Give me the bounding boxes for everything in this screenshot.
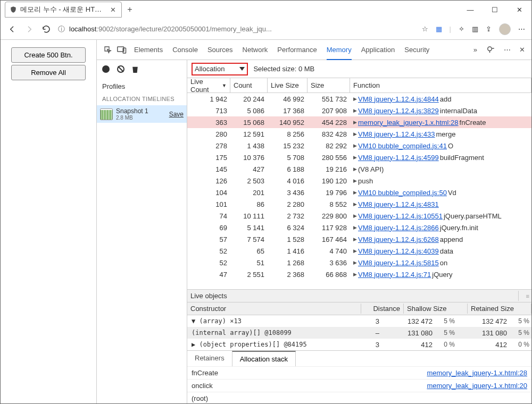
- minimize-button[interactable]: —: [458, 2, 483, 18]
- table-row[interactable]: 1 94220 24446 992551 732▶ VM8 jquery-1.1…: [187, 93, 531, 105]
- table-row[interactable]: 17510 3765 708280 556▶ VM8 jquery-1.12.4…: [187, 152, 531, 163]
- browser-menu-icon[interactable]: ⋯: [518, 25, 525, 33]
- window-titlebar: 메모리 누수 - 새로운 HTML 요소 ✕ + — ☐ ✕: [1, 1, 531, 19]
- allocation-select[interactable]: Allocation: [192, 63, 248, 75]
- live-object-row[interactable]: ▼ (array) ×133132 4725 %132 4725 %: [187, 315, 531, 327]
- selected-size-label: Selected size: 0 MB: [253, 65, 314, 73]
- devtools-menu-icon[interactable]: ⋯: [504, 46, 511, 54]
- col-constructor[interactable]: Constructor: [187, 304, 361, 314]
- allocation-table-body: 1 94220 24446 992551 732▶ VM8 jquery-1.1…: [187, 93, 531, 289]
- col-live-size[interactable]: Live Size: [268, 78, 307, 92]
- table-row[interactable]: 36315 068140 952454 228▶ memory_leak_jqu…: [187, 116, 531, 128]
- devtools-toolbar: ElementsConsoleSourcesNetworkPerformance…: [97, 40, 531, 60]
- snapshot-item[interactable]: Snapshot 1 2.8 MB Save: [97, 105, 187, 123]
- table-row[interactable]: 101862 2808 552▶ VM8 jquery-1.12.4.js:48…: [187, 198, 531, 210]
- page-content: Create 500 Btn. Remove All: [1, 40, 96, 404]
- favorite-icon[interactable]: ☆: [422, 25, 428, 33]
- browser-tab[interactable]: 메모리 누수 - 새로운 HTML 요소 ✕: [5, 2, 122, 18]
- table-row[interactable]: 52511 2683 636▶ VM8 jquery-1.12.4.js:581…: [187, 257, 531, 268]
- live-object-row[interactable]: ▶ (object properties)[] @8419534120 %412…: [187, 339, 531, 350]
- delete-icon[interactable]: [132, 65, 138, 73]
- clear-icon[interactable]: [117, 65, 124, 73]
- table-row[interactable]: 7410 1112 732229 800▶ VM8 jquery-1.12.4.…: [187, 210, 531, 222]
- stack-row[interactable]: onclickmemory_leak_jquery-1.x.html:20: [187, 379, 531, 392]
- svg-point-2: [488, 47, 492, 51]
- maximize-button[interactable]: ☐: [483, 2, 507, 18]
- snapshot-name: Snapshot 1: [116, 107, 148, 115]
- new-tab-button[interactable]: +: [122, 5, 138, 14]
- live-objects-menu-icon[interactable]: ≡: [519, 290, 531, 302]
- back-button[interactable]: [7, 24, 18, 35]
- devtools-close-icon[interactable]: ✕: [519, 46, 525, 54]
- devtools-tab-memory[interactable]: Memory: [327, 40, 352, 60]
- allocation-table-header: Live Count▼ Count Live Size Size Functio…: [187, 78, 531, 93]
- table-row[interactable]: 7135 08617 368207 908▶ VM8 jquery-1.12.4…: [187, 105, 531, 116]
- profiles-heading: Profiles: [97, 78, 187, 95]
- table-row[interactable]: 695 1416 324117 928▶ VM8 jquery-1.12.4.j…: [187, 222, 531, 233]
- snapshot-icon: [100, 108, 113, 120]
- record-icon[interactable]: [102, 65, 110, 73]
- live-object-row[interactable]: (internal array)[] @108099–131 0805 %131…: [187, 327, 531, 339]
- devtools-more-tabs[interactable]: »: [473, 46, 477, 54]
- col-function[interactable]: Function: [350, 78, 531, 92]
- stack-row[interactable]: (root): [187, 392, 531, 404]
- devtools-panel: ElementsConsoleSourcesNetworkPerformance…: [96, 40, 531, 404]
- profiles-sidebar: Profiles ALLOCATION TIMELINES Snapshot 1…: [97, 60, 187, 404]
- forward-button: [24, 24, 35, 35]
- vsep: |: [450, 25, 451, 33]
- translate-icon[interactable]: ▦: [436, 25, 442, 33]
- url-display[interactable]: ⓘ localhost:9002/storage/lecture/2020050…: [58, 24, 415, 34]
- share-icon[interactable]: ⇪: [486, 25, 492, 33]
- profiles-subhead: ALLOCATION TIMELINES: [97, 95, 187, 105]
- close-tab-icon[interactable]: ✕: [110, 6, 116, 14]
- devtools-tab-network[interactable]: Network: [243, 40, 268, 60]
- create-500-button[interactable]: Create 500 Btn.: [11, 47, 86, 63]
- table-row[interactable]: 1042013 43619 796▶ VM10 bubble_compiled.…: [187, 187, 531, 198]
- inspect-icon[interactable]: [101, 43, 115, 57]
- snapshot-save-link[interactable]: Save: [169, 111, 184, 118]
- devtools-tab-performance[interactable]: Performance: [277, 40, 317, 60]
- allocation-stack-tab[interactable]: Allocation stack: [232, 351, 296, 366]
- remove-all-button[interactable]: Remove All: [11, 65, 86, 80]
- devtools-tab-application[interactable]: Application: [361, 40, 395, 60]
- devtools-tab-elements[interactable]: Elements: [134, 40, 163, 60]
- favorites-bar-icon[interactable]: ✧: [459, 25, 464, 33]
- devtools-tab-sources[interactable]: Sources: [207, 40, 233, 60]
- devtools-tab-console[interactable]: Console: [172, 40, 198, 60]
- live-objects-title: Live objects: [187, 291, 519, 301]
- close-window-button[interactable]: ✕: [507, 2, 531, 18]
- retainers-tab[interactable]: Retainers: [187, 351, 232, 366]
- devtools-settings-icon[interactable]: [486, 45, 495, 55]
- table-row[interactable]: 28012 5918 256832 428▶ VM8 jquery-1.12.4…: [187, 128, 531, 140]
- table-row[interactable]: 52651 4164 740▶ VM8 jquery-1.12.4.js:403…: [187, 245, 531, 257]
- col-live-count[interactable]: Live Count▼: [187, 78, 230, 92]
- chevron-down-icon: [239, 67, 245, 71]
- col-count[interactable]: Count: [230, 78, 268, 92]
- devtools-tab-security[interactable]: Security: [404, 40, 429, 60]
- device-icon[interactable]: [115, 43, 129, 57]
- table-row[interactable]: 1262 5034 016190 120▶ push: [187, 175, 531, 187]
- address-bar: ⓘ localhost:9002/storage/lecture/2020050…: [1, 19, 531, 40]
- col-retained[interactable]: Retained Size: [468, 304, 531, 314]
- table-row[interactable]: 2781 43815 23282 292▶ VM10 bubble_compil…: [187, 140, 531, 152]
- snapshot-size: 2.8 MB: [116, 115, 148, 121]
- col-distance[interactable]: Distance: [361, 304, 404, 314]
- stack-row[interactable]: fnCreatememory_leak_jquery-1.x.html:28: [187, 366, 531, 379]
- col-size[interactable]: Size: [307, 78, 350, 92]
- table-row[interactable]: 577 5741 528167 464▶ VM8 jquery-1.12.4.j…: [187, 233, 531, 245]
- reload-button[interactable]: [41, 24, 52, 35]
- profile-avatar[interactable]: [499, 23, 511, 35]
- table-row[interactable]: 472 5512 36866 868▶ VM8 jquery-1.12.4.js…: [187, 268, 531, 280]
- collections-icon[interactable]: ▥: [472, 25, 478, 33]
- site-info-icon[interactable]: ⓘ: [58, 24, 65, 34]
- tab-title: 메모리 누수 - 새로운 HTML 요소: [20, 5, 107, 14]
- col-shallow[interactable]: Shallow Size: [404, 304, 468, 314]
- table-row[interactable]: 1454276 18819 216▶ (V8 API): [187, 163, 531, 175]
- shield-icon: [10, 6, 17, 13]
